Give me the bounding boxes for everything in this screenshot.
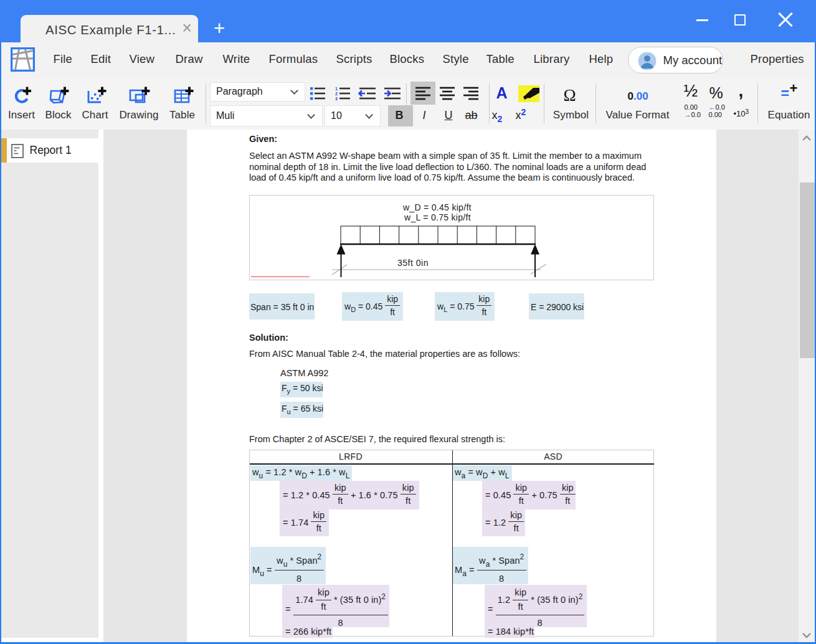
svg-text:w_L = 0.75 kip/ft: w_L = 0.75 kip/ft [404,212,471,222]
svg-text:w_D = 0.45 kip/ft: w_D = 0.45 kip/ft [402,202,472,212]
svg-text:35ft 0in: 35ft 0in [397,258,429,268]
svg-text:3: 3 [335,97,338,100]
svg-text:2: 2 [335,92,338,96]
svg-text:1: 1 [335,87,338,91]
